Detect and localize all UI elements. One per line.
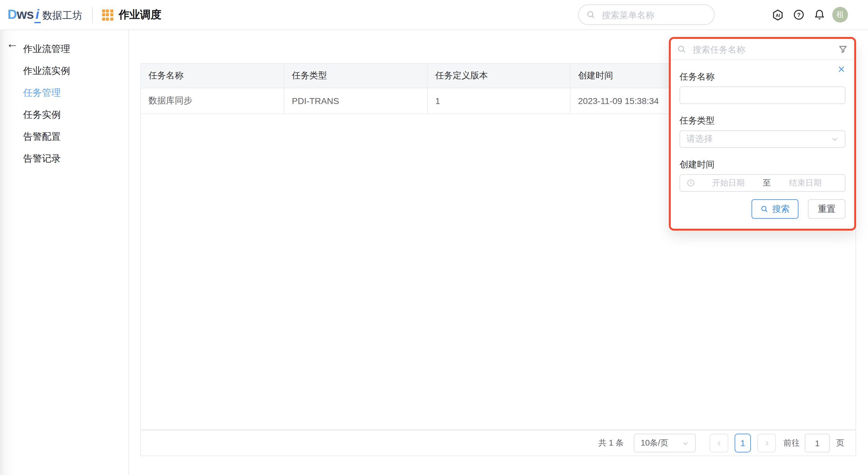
reset-button[interactable]: 重置: [808, 199, 845, 219]
sidebar-item-alert-config[interactable]: 告警配置: [0, 125, 128, 147]
svg-text:?: ?: [797, 12, 800, 18]
next-page-button[interactable]: [757, 434, 776, 452]
chevron-down-icon: [682, 440, 689, 446]
task-name-input[interactable]: [680, 87, 845, 104]
brand-name: 数据工坊: [42, 9, 82, 22]
menu-search-input[interactable]: [600, 9, 706, 20]
logo-i-mark: i: [34, 7, 40, 23]
current-page: 1: [740, 438, 745, 448]
column-header-task-version: 任务定义版本: [428, 64, 570, 88]
task-type-select[interactable]: 请选择: [680, 130, 845, 148]
page-number-button[interactable]: 1: [735, 434, 751, 452]
cell-task-name: 数据库同步: [141, 88, 284, 113]
avatar[interactable]: 租: [832, 7, 848, 23]
clock-icon: [686, 179, 695, 187]
start-date-placeholder: 开始日期: [695, 177, 762, 189]
svg-text:AI: AI: [776, 12, 780, 18]
filter-panel: 任务名称 任务类型 请选择 创建时间 开始日期 至 结束日期: [669, 37, 856, 231]
logo-text: ws: [17, 7, 33, 22]
filter-actions: 搜索 重置: [680, 199, 845, 219]
sidebar-item-workflow-instance[interactable]: 作业流实例: [0, 60, 128, 82]
range-separator: 至: [762, 177, 772, 189]
header-right: AI ? 租: [578, 4, 848, 25]
created-time-range-picker[interactable]: 开始日期 至 结束日期: [680, 174, 845, 192]
task-search-row: [671, 39, 854, 60]
help-icon[interactable]: ?: [792, 8, 805, 21]
chevron-down-icon: [831, 136, 839, 143]
page-size-value: 10条/页: [641, 437, 668, 449]
sidebar-item-alert-records[interactable]: 告警记录: [0, 147, 128, 169]
search-button[interactable]: 搜索: [751, 199, 799, 219]
dws-logo: Dwsi 数据工坊: [7, 7, 82, 23]
notification-bell-icon[interactable]: [813, 8, 826, 21]
filter-dropdown: 任务名称 任务类型 请选择 创建时间 开始日期 至 结束日期: [671, 60, 854, 229]
filter-funnel-icon[interactable]: [838, 44, 848, 54]
cell-task-type: PDI-TRANS: [284, 88, 428, 113]
sidebar-item-task-management[interactable]: 任务管理: [0, 82, 128, 103]
page-size-select[interactable]: 10条/页: [634, 434, 696, 452]
created-time-label: 创建时间: [680, 159, 845, 169]
select-placeholder: 请选择: [686, 133, 713, 145]
page-unit: 页: [836, 437, 844, 449]
task-name-label: 任务名称: [680, 71, 845, 82]
close-icon[interactable]: [837, 65, 845, 73]
pagination-bar: 共 1 条 10条/页 1 前往 页: [140, 430, 856, 456]
end-date-placeholder: 结束日期: [772, 177, 839, 189]
sidebar-item-task-instance[interactable]: 任务实例: [0, 103, 128, 125]
total-count: 共 1 条: [598, 437, 624, 449]
cell-task-version: 1: [428, 88, 570, 113]
search-button-label: 搜索: [772, 203, 790, 215]
page-title: 作业调度: [119, 7, 161, 22]
search-icon: [586, 10, 596, 20]
reset-button-label: 重置: [818, 203, 835, 215]
prev-page-button[interactable]: [710, 434, 728, 452]
header-divider: [92, 7, 92, 23]
goto-label: 前往: [783, 437, 800, 449]
top-header: Dwsi 数据工坊 作业调度 AI: [0, 0, 868, 30]
ai-assistant-icon[interactable]: AI: [772, 8, 784, 21]
goto-page-input[interactable]: [805, 434, 830, 452]
chevron-left-icon: [715, 440, 722, 446]
apps-grid-icon[interactable]: [102, 9, 113, 20]
logo-text: D: [7, 7, 17, 22]
collapse-back-arrow-icon[interactable]: ←: [6, 38, 18, 50]
search-icon: [760, 205, 768, 213]
column-header-task-type: 任务类型: [284, 64, 428, 88]
column-header-task-name: 任务名称: [141, 64, 284, 88]
chevron-right-icon: [763, 440, 770, 446]
sidebar-item-workflow-management[interactable]: 作业流管理: [0, 38, 128, 60]
sidebar-nav: 作业流管理 作业流实例 任务管理 任务实例 告警配置 告警记录: [0, 30, 128, 169]
search-icon: [677, 44, 686, 54]
sidebar: ← 作业流管理 作业流实例 任务管理 任务实例 告警配置 告警记录: [0, 30, 129, 475]
task-search-input[interactable]: [691, 43, 833, 55]
avatar-text: 租: [836, 9, 844, 20]
task-type-label: 任务类型: [680, 115, 845, 125]
job-scheduling-app: Dwsi 数据工坊 作业调度 AI: [0, 0, 868, 475]
menu-search-box[interactable]: [578, 4, 715, 25]
